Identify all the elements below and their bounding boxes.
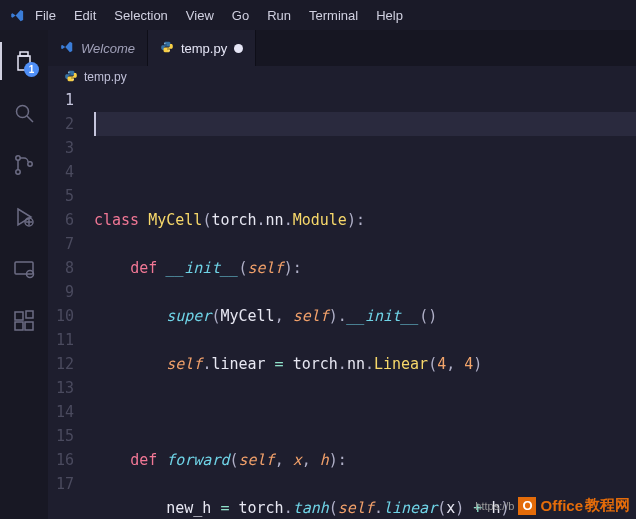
tab-temp[interactable]: temp.py [148,30,256,66]
code-line[interactable]: super(MyCell, self).__init__() [94,304,636,328]
tab-bar: Welcome temp.py [48,30,636,66]
svg-rect-9 [15,312,23,320]
watermark-brand: Office [540,497,583,514]
breadcrumb-file: temp.py [84,70,127,84]
ln: 4 [48,160,74,184]
ln: 10 [48,304,74,328]
breadcrumb[interactable]: temp.py [48,66,636,88]
menu-edit[interactable]: Edit [65,4,105,27]
svg-rect-11 [25,322,33,330]
menu-view[interactable]: View [177,4,223,27]
ln: 7 [48,232,74,256]
watermark-url: https://b [475,500,514,512]
ln: 3 [48,136,74,160]
tab-temp-label: temp.py [181,41,227,56]
svg-line-1 [27,116,33,122]
svg-rect-7 [15,262,33,274]
code-line[interactable] [94,112,636,136]
menu-run[interactable]: Run [258,4,300,27]
tab-welcome-label: Welcome [81,41,135,56]
activity-search[interactable] [0,90,48,136]
menu-help[interactable]: Help [367,4,412,27]
ln: 11 [48,328,74,352]
svg-point-4 [28,162,32,166]
explorer-badge: 1 [24,62,39,77]
ln: 5 [48,184,74,208]
svg-point-3 [16,170,20,174]
watermark: https://b O Office教程网 [475,496,630,515]
svg-point-16 [73,79,74,80]
svg-point-13 [164,42,165,43]
ln: 16 [48,448,74,472]
activity-bar: 1 [0,30,48,519]
code-editor[interactable]: 1 2 3 4 5 6 7 8 9 10 11 12 13 14 15 16 1… [48,88,636,519]
vscode-logo-icon [8,8,26,23]
watermark-suffix: 教程网 [585,496,630,515]
activity-run-debug[interactable] [0,194,48,240]
ln: 17 [48,472,74,496]
ln: 12 [48,352,74,376]
python-file-icon [160,40,174,57]
svg-rect-10 [15,322,23,330]
code-line[interactable] [94,160,636,184]
activity-remote[interactable] [0,246,48,292]
menu-selection[interactable]: Selection [105,4,176,27]
tab-welcome[interactable]: Welcome [48,30,148,66]
svg-point-2 [16,156,20,160]
code-line[interactable]: def __init__(self): [94,256,636,280]
office-logo-icon: O [518,497,536,515]
menu-bar: File Edit Selection View Go Run Terminal… [26,4,412,27]
code-line[interactable]: def forward(self, x, h): [94,448,636,472]
activity-explorer[interactable]: 1 [0,38,48,84]
unsaved-indicator-icon [234,44,243,53]
activity-extensions[interactable] [0,298,48,344]
svg-point-15 [68,71,69,72]
ln: 9 [48,280,74,304]
code-line[interactable] [94,400,636,424]
ln: 6 [48,208,74,232]
code-line[interactable]: self.linear = torch.nn.Linear(4, 4) [94,352,636,376]
python-file-icon [64,69,78,86]
vscode-file-icon [60,40,74,57]
line-number-gutter: 1 2 3 4 5 6 7 8 9 10 11 12 13 14 15 16 1… [48,88,88,519]
svg-point-0 [17,106,29,118]
menu-file[interactable]: File [26,4,65,27]
menu-terminal[interactable]: Terminal [300,4,367,27]
svg-point-14 [169,50,170,51]
svg-rect-12 [26,311,33,318]
ln: 2 [48,112,74,136]
ln: 8 [48,256,74,280]
ln: 15 [48,424,74,448]
activity-source-control[interactable] [0,142,48,188]
code-area[interactable]: class MyCell(torch.nn.Module): def __ini… [88,88,636,519]
ln: 14 [48,400,74,424]
ln: 1 [48,88,74,112]
ln: 13 [48,376,74,400]
menu-go[interactable]: Go [223,4,258,27]
code-line[interactable]: class MyCell(torch.nn.Module): [94,208,636,232]
title-bar: File Edit Selection View Go Run Terminal… [0,0,636,30]
